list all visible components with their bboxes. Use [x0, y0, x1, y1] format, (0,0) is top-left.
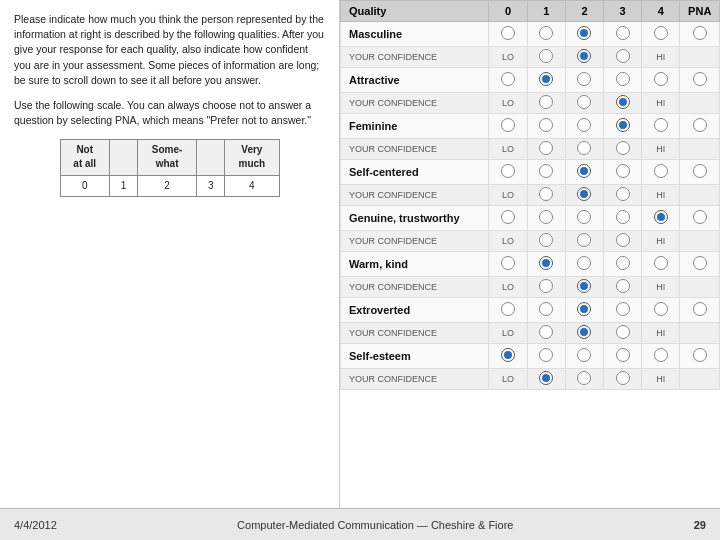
conf-circle-3[interactable]: [616, 325, 630, 339]
radio-circle-5[interactable]: [693, 210, 707, 224]
conf-circle-1[interactable]: [539, 49, 553, 63]
radio-col-4[interactable]: [642, 206, 680, 231]
radio-circle-0[interactable]: [501, 164, 515, 178]
radio-circle-4[interactable]: [654, 210, 668, 224]
conf-circle-3[interactable]: [616, 371, 630, 385]
conf-col-2[interactable]: [565, 47, 603, 68]
radio-col-5[interactable]: [680, 206, 720, 231]
radio-circle-3[interactable]: [616, 72, 630, 86]
conf-col-3[interactable]: [604, 323, 642, 344]
radio-circle-5[interactable]: [693, 348, 707, 362]
radio-col-4[interactable]: [642, 114, 680, 139]
radio-circle-4[interactable]: [654, 118, 668, 132]
conf-col-3[interactable]: [604, 231, 642, 252]
radio-col-3[interactable]: [604, 160, 642, 185]
radio-col-0[interactable]: [489, 114, 527, 139]
radio-col-5[interactable]: [680, 22, 720, 47]
radio-col-1[interactable]: [527, 22, 565, 47]
conf-col-3[interactable]: [604, 277, 642, 298]
radio-col-4[interactable]: [642, 160, 680, 185]
radio-col-3[interactable]: [604, 252, 642, 277]
conf-col-2[interactable]: [565, 93, 603, 114]
conf-col-1[interactable]: [527, 369, 565, 390]
radio-circle-2[interactable]: [577, 118, 591, 132]
conf-col-2[interactable]: [565, 369, 603, 390]
conf-circle-1[interactable]: [539, 141, 553, 155]
radio-circle-2[interactable]: [577, 26, 591, 40]
radio-col-0[interactable]: [489, 252, 527, 277]
conf-col-3[interactable]: [604, 93, 642, 114]
radio-circle-2[interactable]: [577, 72, 591, 86]
conf-col-1[interactable]: [527, 231, 565, 252]
radio-col-2[interactable]: [565, 298, 603, 323]
conf-col-1[interactable]: [527, 185, 565, 206]
conf-col-2[interactable]: [565, 323, 603, 344]
radio-circle-4[interactable]: [654, 256, 668, 270]
conf-col-3[interactable]: [604, 47, 642, 68]
radio-circle-2[interactable]: [577, 256, 591, 270]
radio-circle-0[interactable]: [501, 26, 515, 40]
radio-circle-1[interactable]: [539, 164, 553, 178]
conf-circle-3[interactable]: [616, 233, 630, 247]
conf-circle-3[interactable]: [616, 95, 630, 109]
conf-circle-1[interactable]: [539, 325, 553, 339]
radio-col-3[interactable]: [604, 68, 642, 93]
radio-circle-2[interactable]: [577, 164, 591, 178]
radio-col-0[interactable]: [489, 22, 527, 47]
radio-col-3[interactable]: [604, 22, 642, 47]
conf-col-2[interactable]: [565, 231, 603, 252]
radio-col-2[interactable]: [565, 206, 603, 231]
conf-circle-1[interactable]: [539, 187, 553, 201]
radio-col-5[interactable]: [680, 298, 720, 323]
conf-col-1[interactable]: [527, 47, 565, 68]
conf-circle-2[interactable]: [577, 187, 591, 201]
radio-circle-2[interactable]: [577, 210, 591, 224]
radio-col-4[interactable]: [642, 298, 680, 323]
conf-circle-1[interactable]: [539, 371, 553, 385]
radio-circle-1[interactable]: [539, 256, 553, 270]
conf-circle-2[interactable]: [577, 279, 591, 293]
radio-circle-4[interactable]: [654, 348, 668, 362]
radio-col-2[interactable]: [565, 252, 603, 277]
conf-col-3[interactable]: [604, 369, 642, 390]
conf-circle-3[interactable]: [616, 187, 630, 201]
radio-col-5[interactable]: [680, 252, 720, 277]
conf-circle-3[interactable]: [616, 279, 630, 293]
conf-col-3[interactable]: [604, 185, 642, 206]
radio-circle-3[interactable]: [616, 210, 630, 224]
radio-col-0[interactable]: [489, 206, 527, 231]
radio-circle-4[interactable]: [654, 302, 668, 316]
conf-circle-2[interactable]: [577, 325, 591, 339]
radio-col-2[interactable]: [565, 160, 603, 185]
radio-col-0[interactable]: [489, 298, 527, 323]
radio-col-3[interactable]: [604, 206, 642, 231]
radio-circle-4[interactable]: [654, 26, 668, 40]
conf-col-1[interactable]: [527, 93, 565, 114]
conf-col-2[interactable]: [565, 185, 603, 206]
conf-circle-2[interactable]: [577, 141, 591, 155]
radio-circle-5[interactable]: [693, 26, 707, 40]
radio-col-0[interactable]: [489, 160, 527, 185]
radio-circle-0[interactable]: [501, 256, 515, 270]
conf-col-1[interactable]: [527, 139, 565, 160]
radio-col-2[interactable]: [565, 22, 603, 47]
radio-circle-3[interactable]: [616, 348, 630, 362]
radio-col-5[interactable]: [680, 114, 720, 139]
radio-col-1[interactable]: [527, 206, 565, 231]
radio-col-5[interactable]: [680, 68, 720, 93]
radio-circle-3[interactable]: [616, 118, 630, 132]
radio-col-3[interactable]: [604, 298, 642, 323]
radio-col-4[interactable]: [642, 22, 680, 47]
radio-col-1[interactable]: [527, 252, 565, 277]
conf-circle-1[interactable]: [539, 279, 553, 293]
radio-col-5[interactable]: [680, 160, 720, 185]
radio-circle-5[interactable]: [693, 72, 707, 86]
radio-circle-1[interactable]: [539, 118, 553, 132]
conf-circle-2[interactable]: [577, 95, 591, 109]
radio-circle-2[interactable]: [577, 348, 591, 362]
radio-col-3[interactable]: [604, 344, 642, 369]
radio-circle-1[interactable]: [539, 210, 553, 224]
radio-col-1[interactable]: [527, 344, 565, 369]
radio-circle-0[interactable]: [501, 72, 515, 86]
radio-col-4[interactable]: [642, 344, 680, 369]
